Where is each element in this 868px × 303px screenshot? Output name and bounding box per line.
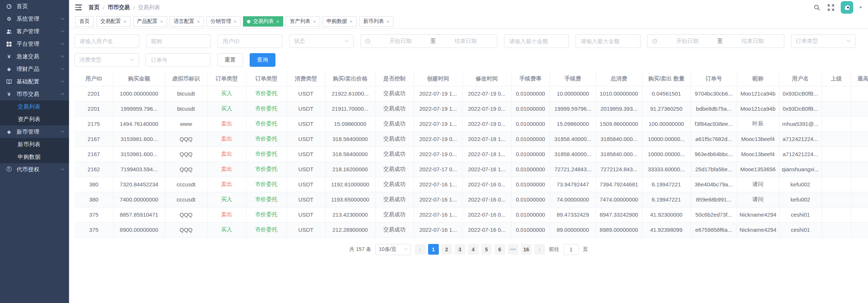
sidebar-item-coin-trade[interactable]: ¥币币交易	[0, 88, 69, 100]
tab-交易列表[interactable]: 交易列表×	[243, 16, 283, 27]
table-cell	[851, 192, 868, 207]
table-cell: qianshuangxi...	[779, 162, 822, 177]
tab-close-icon[interactable]: ×	[234, 19, 237, 24]
sidebar-item-newcoin-list[interactable]: 新币列表	[0, 138, 69, 151]
page-size-select[interactable]: 10条/页	[375, 244, 411, 255]
table-cell: 卖出	[207, 131, 246, 147]
column-header: 最高级	[851, 72, 868, 86]
search-button[interactable]: 查询	[250, 53, 275, 67]
breadcrumb-home[interactable]: 首页	[88, 4, 100, 11]
create-date-range-picker[interactable]: 开始日期 至 结束日期	[360, 34, 497, 48]
sidebar-item-system[interactable]: ⚙系统管理	[0, 13, 69, 25]
tab-分销管理[interactable]: 分销管理×	[206, 16, 241, 27]
page-button-2[interactable]: 2	[441, 244, 452, 255]
order-type-select[interactable]: 订单类型	[791, 34, 855, 48]
table-cell: Mooc13beef4	[737, 131, 779, 147]
more-pages-button[interactable]: •••	[508, 244, 518, 255]
table-cell: 375	[74, 207, 113, 222]
table-cell: 2022-07-16 1...	[414, 192, 462, 207]
min-amount-input[interactable]	[504, 34, 569, 48]
reset-button[interactable]: 重置	[217, 53, 243, 67]
user-avatar[interactable]	[841, 1, 853, 14]
table-cell: 2019959.393...	[596, 101, 642, 116]
consume-type-select[interactable]: 消费类型	[74, 53, 139, 67]
filter-bar: 状态 开始日期 至 结束日期 开始日期 至 结束日期 订单类型	[74, 33, 863, 68]
tab-申购数据[interactable]: 申购数据×	[323, 16, 357, 27]
sidebar-item-asset-list[interactable]: 资产列表	[0, 113, 69, 125]
table-cell: 8947.33242900	[596, 207, 642, 222]
page-button-1[interactable]: 1	[428, 244, 439, 255]
update-date-range-picker[interactable]: 开始日期 至 结束日期	[647, 34, 784, 48]
page-button-6[interactable]: 6	[494, 244, 505, 255]
sidebar-item-token-auth[interactable]: Ⓣ代币授权	[0, 163, 69, 176]
tab-close-icon[interactable]: ×	[313, 19, 316, 24]
prev-page-button[interactable]: ‹	[415, 244, 426, 255]
sidebar-item-platform[interactable]: 平台管理	[0, 38, 69, 50]
table-cell: 21922.61000...	[325, 86, 375, 101]
next-page-button[interactable]: ›	[534, 244, 545, 255]
chevron-down-icon	[404, 247, 407, 250]
table-cell: QQQ	[165, 207, 207, 222]
table-cell: 2022-07-16 1...	[462, 162, 511, 177]
tab-close-icon[interactable]: ×	[160, 19, 163, 24]
table-cell: 31858.40000...	[550, 131, 596, 147]
sidebar-item-finance-products[interactable]: ◈理财产品	[0, 63, 69, 75]
sidebar-item-newcoin[interactable]: ◈新币管理	[0, 125, 69, 138]
tab-语言配置[interactable]: 语言配置×	[170, 16, 204, 27]
table-cell: 1000.00000000	[113, 86, 165, 101]
tab-close-icon[interactable]: ×	[350, 19, 353, 24]
table-cell: 2175	[74, 116, 113, 131]
sidebar-item-home[interactable]: 首页	[0, 0, 69, 13]
user-id-input[interactable]	[218, 34, 282, 48]
sidebar-item-trade-list[interactable]: 交易列表	[0, 100, 69, 113]
table-cell: 0x93DcB0fB...	[779, 86, 822, 101]
tab-close-icon[interactable]: ×	[386, 19, 389, 24]
table-cell: 卖出	[207, 116, 246, 131]
table-cell: 2022-07-19 0...	[462, 86, 511, 101]
caret-down-icon[interactable]	[859, 7, 862, 10]
table-cell: 2167	[74, 147, 113, 162]
sidebar-item-customer[interactable]: 客户管理	[0, 25, 69, 38]
tab-产品配置[interactable]: 产品配置×	[133, 16, 167, 27]
breadcrumb-separator: /	[103, 4, 104, 11]
status-select[interactable]: 状态	[289, 34, 354, 48]
sidebar-item-subscribe-data[interactable]: 申购数据	[0, 151, 69, 163]
table-cell: 6.19947221	[642, 192, 691, 207]
fullscreen-icon[interactable]	[827, 3, 835, 11]
column-header: 消费类型	[287, 72, 325, 86]
tab-close-icon[interactable]: ×	[276, 19, 279, 24]
chevron-down-icon	[847, 38, 851, 42]
tab-close-icon[interactable]: ×	[197, 19, 200, 24]
pagination: 共 157 条 10条/页 ‹123456•••16› 前往 页	[74, 238, 863, 259]
start-date-placeholder: 开始日期	[660, 38, 714, 45]
page-button-3[interactable]: 3	[455, 244, 465, 255]
tab-close-icon[interactable]: ×	[124, 19, 126, 24]
chevron-up-icon	[61, 93, 65, 96]
username-input[interactable]	[74, 34, 139, 48]
order-no-input[interactable]	[146, 53, 211, 67]
sidebar-toggle-icon[interactable]	[75, 4, 83, 10]
max-amount-input[interactable]	[576, 34, 640, 48]
goto-page-input[interactable]	[563, 244, 579, 255]
tab-资产列表[interactable]: 资产列表×	[286, 16, 320, 27]
sidebar-item-fast-trade[interactable]: ¥急速交易	[0, 50, 69, 63]
sidebar-item-base-config[interactable]: 基础配置	[0, 75, 69, 88]
tab-新币列表[interactable]: 新币列表×	[359, 16, 393, 27]
page-button-16[interactable]: 16	[521, 244, 532, 255]
table-cell: 卖出	[207, 147, 246, 162]
search-icon[interactable]	[813, 3, 821, 11]
active-tab-dot-icon	[247, 20, 250, 23]
table-cell: 15.09860000	[325, 116, 375, 131]
table-cell: 89.47332429	[550, 207, 596, 222]
table-cell: 卖出	[207, 177, 246, 192]
tab-交易配置[interactable]: 交易配置×	[96, 16, 131, 27]
sidebar-submenu-coin-trade: 交易列表资产列表	[0, 100, 69, 125]
page-button-5[interactable]: 5	[481, 244, 492, 255]
table-cell: 买入	[207, 86, 246, 101]
breadcrumb-coin-trade[interactable]: 币币交易	[108, 4, 130, 11]
table-cell	[822, 131, 851, 147]
table-cell: Mooc13beef4	[737, 147, 779, 162]
nickname-input[interactable]	[146, 34, 211, 48]
page-button-4[interactable]: 4	[468, 244, 479, 255]
tab-首页[interactable]: 首页	[75, 16, 94, 27]
